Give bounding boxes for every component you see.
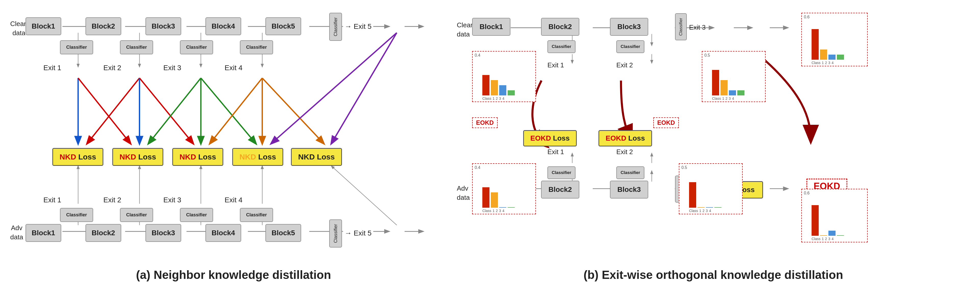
bar-c1-e1-2 xyxy=(491,80,498,95)
right-clean-block2: Block2 xyxy=(541,18,579,36)
adv-clf2: Classifier xyxy=(120,208,153,222)
bar-a2-3 xyxy=(706,207,713,208)
chart-adv-exit3: 0.6 Class 1 2 3 4 xyxy=(801,189,868,242)
bar-a1-1 xyxy=(482,187,490,208)
bar-a1-2 xyxy=(491,192,498,208)
bar-a3-2 xyxy=(820,235,827,236)
clean-clf4: Classifier xyxy=(240,40,273,54)
left-section: Clean data Block1 Block2 Block3 Block4 B… xyxy=(10,5,457,282)
bar-c3-e3-2 xyxy=(820,49,827,60)
bar-c1-e1-4 xyxy=(508,91,515,95)
right-adv-block3: Block3 xyxy=(610,181,648,199)
svg-line-43 xyxy=(331,166,397,225)
right-adv-block2: Block2 xyxy=(541,181,579,199)
bar-c2-e2-4 xyxy=(737,91,745,95)
adv-clf1: Classifier xyxy=(60,208,93,222)
adv-clf4: Classifier xyxy=(240,208,273,222)
exit4-adv-top: Exit 4 xyxy=(224,196,242,204)
bar-a3-3 xyxy=(829,231,835,236)
chart-clean-exit2: 0.5 Class 1 2 3 4 xyxy=(702,51,765,102)
bar-a1-4 xyxy=(508,207,515,208)
adv-block1: Block1 xyxy=(25,224,61,242)
bar-a2-4 xyxy=(714,207,721,208)
svg-line-38 xyxy=(331,33,397,143)
chart-adv-exit2: 0.5 Class 1 2 3 4 xyxy=(679,163,743,214)
right-diagram-label: (b) Exit-wise orthogonal knowledge disti… xyxy=(457,268,970,282)
svg-line-31 xyxy=(148,78,201,143)
clean-data-label: Clean data xyxy=(10,19,27,38)
exit3-clean-top: Exit 3 xyxy=(163,64,181,72)
bar-a3-1 xyxy=(811,205,819,236)
exit5-clean: → Exit 5 xyxy=(345,22,372,31)
bar-a3-4 xyxy=(837,235,844,236)
bar-c2-e2-2 xyxy=(721,80,728,95)
svg-line-27 xyxy=(78,78,130,143)
clean-block4: Block4 xyxy=(205,17,241,35)
chart-clean-exit3: 0.6 Class 1 2 3 4 xyxy=(801,13,868,66)
svg-line-33 xyxy=(201,78,256,143)
exit5-adv: → Exit 5 xyxy=(345,229,372,237)
clean-block1: Block1 xyxy=(25,17,61,35)
bar-c3-e3-4 xyxy=(837,55,844,60)
exit2-adv-top: Exit 2 xyxy=(103,196,121,204)
right-clean-clf1: Classifier xyxy=(547,40,576,53)
nkd-loss-4: NKD Loss xyxy=(232,148,283,166)
right-exit1-adv: Exit 1 xyxy=(547,148,564,156)
right-clean-block1: Block1 xyxy=(472,18,511,36)
nkd-loss-1: NKD Loss xyxy=(52,148,103,166)
eokd-loss-2: EOKD Loss xyxy=(598,130,652,146)
adv-clf3: Classifier xyxy=(180,208,213,222)
svg-line-28 xyxy=(87,78,140,143)
right-exit1-clean: Exit 1 xyxy=(547,61,564,69)
bar-a2-2 xyxy=(697,207,705,208)
clean-clf1: Classifier xyxy=(60,40,93,54)
exit1-adv-top: Exit 1 xyxy=(43,196,61,204)
svg-line-36 xyxy=(262,78,324,143)
adv-block4: Block4 xyxy=(205,224,241,242)
clean-clf3: Classifier xyxy=(180,40,213,54)
right-exit3-clean: Exit 3 xyxy=(689,24,706,32)
nkd-loss-2: NKD Loss xyxy=(112,148,163,166)
svg-line-37 xyxy=(271,33,396,143)
right-clean-block3: Block3 xyxy=(610,18,648,36)
right-exit2-clean: Exit 2 xyxy=(616,61,633,69)
adv-block3: Block3 xyxy=(145,224,181,242)
right-exit2-adv: Exit 2 xyxy=(616,148,633,156)
right-section: Clean data Block1 Block2 Block3 Classifi… xyxy=(457,5,970,282)
bar-c1-e1-3 xyxy=(499,85,506,95)
bar-c3-e3-1 xyxy=(811,29,819,60)
clean-classifier-end: Classifier xyxy=(329,13,342,41)
clean-block2: Block2 xyxy=(86,17,121,35)
bar-a1-3 xyxy=(499,207,506,208)
adv-block2: Block2 xyxy=(86,224,121,242)
eokd-label-1: EOKD xyxy=(472,118,498,128)
adv-data-label: Adv data xyxy=(10,223,23,242)
right-clean-label: Clean data xyxy=(457,21,474,39)
exit3-adv-top: Exit 3 xyxy=(163,196,181,204)
left-diagram-label: (a) Neighbor knowledge distillation xyxy=(10,268,457,282)
right-clean-clf-end: Classifier xyxy=(675,13,687,40)
exit2-clean-top: Exit 2 xyxy=(103,64,121,72)
nkd-loss-5: NKD Loss xyxy=(291,148,342,166)
adv-classifier-end: Classifier xyxy=(329,219,342,248)
svg-line-34 xyxy=(210,78,262,143)
bar-c1-e1-1 xyxy=(482,75,490,95)
clean-clf2: Classifier xyxy=(120,40,153,54)
exit4-clean-top: Exit 4 xyxy=(224,64,242,72)
nkd-loss-3: NKD Loss xyxy=(172,148,223,166)
right-adv-label: Adv data xyxy=(457,184,470,202)
right-clean-clf2: Classifier xyxy=(616,40,644,53)
eokd-loss-1: EOKD Loss xyxy=(523,130,577,146)
bar-c3-e3-3 xyxy=(829,55,835,60)
main-container: Clean data Block1 Block2 Block3 Block4 B… xyxy=(0,0,980,297)
exit1-clean-top: Exit 1 xyxy=(43,64,61,72)
bar-a2-1 xyxy=(689,182,696,208)
svg-line-30 xyxy=(140,78,193,143)
bar-c2-e2-3 xyxy=(729,91,736,95)
clean-block5: Block5 xyxy=(266,17,301,35)
clean-block3: Block3 xyxy=(145,17,181,35)
chart-clean-exit1: 0.4 Class 1 2 3 4 xyxy=(472,51,536,102)
right-adv-clf1: Classifier xyxy=(547,166,576,179)
chart-adv-exit1: 0.4 Class 1 2 3 4 xyxy=(472,163,536,214)
adv-block5: Block5 xyxy=(266,224,301,242)
